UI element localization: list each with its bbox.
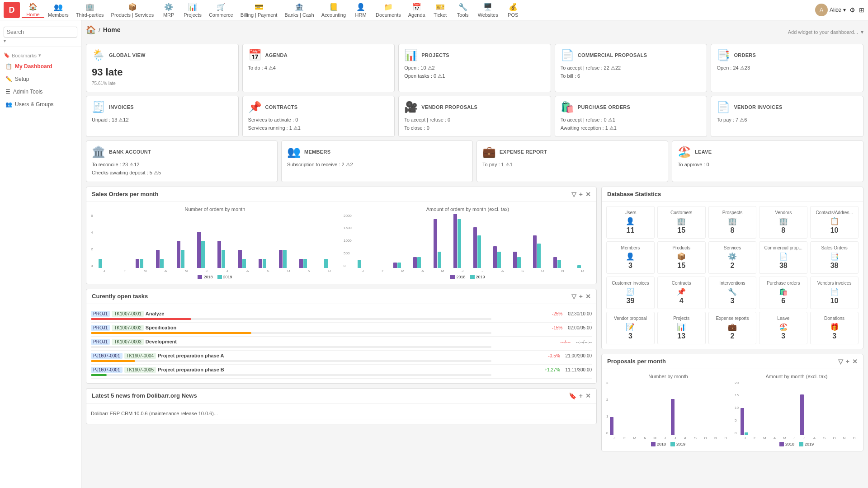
card-bank-account[interactable]: 🏛️ BANK ACCOUNT To reconcile : 23 ⚠12Che… <box>86 141 278 182</box>
stat-cell-commercial-prop...[interactable]: Commercial prop... 📄 38 <box>759 241 807 274</box>
nav-item-accounting[interactable]: 📒Accounting <box>318 3 349 18</box>
user-menu[interactable]: A Alice ▾ <box>815 4 846 16</box>
nav-item-banks[interactable]: 🏦Banks | Cash <box>281 3 317 18</box>
card-expense-report[interactable]: 💼 EXPENSE REPORT To pay : 1 ⚠1 <box>476 141 668 182</box>
add-icon[interactable]: + <box>579 293 583 300</box>
stat-cell-contracts[interactable]: Contracts 📌 4 <box>657 277 706 309</box>
stat-cell-services[interactable]: Services ⚙️ 2 <box>708 241 757 274</box>
bar-2019 <box>303 259 307 268</box>
filter-icon[interactable]: ▽ <box>838 358 843 365</box>
card-members[interactable]: 👥 MEMBERS Subscription to receive : 2 ⚠2 <box>281 141 473 182</box>
nav-item-mrp[interactable]: ⚙️MRP <box>157 3 180 18</box>
card-agenda[interactable]: 📅 AGENDA To do : 4 ⚠4 <box>242 44 395 92</box>
task-percent: ---/--- <box>560 339 571 344</box>
close-icon[interactable]: ✕ <box>585 191 591 198</box>
stat-number: 2 <box>712 262 753 270</box>
task-row[interactable]: PROJ1 TK1007-0001 Analyze -25% 02:30/10:… <box>91 309 592 323</box>
stat-cell-customers[interactable]: Customers 🏢 15 <box>657 206 706 239</box>
bar-group <box>453 214 472 268</box>
close-icon[interactable]: ✕ <box>585 293 591 300</box>
sidebar-item-setup[interactable]: ✏️Setup <box>0 73 81 85</box>
nav-item-tools[interactable]: 🔧Tools <box>452 3 474 18</box>
home-breadcrumb-icon[interactable]: 🏠 <box>86 25 96 35</box>
nav-item-products-services[interactable]: 📦Products | Services <box>108 3 158 18</box>
add-icon[interactable]: + <box>579 191 583 198</box>
card-purchase-orders[interactable]: 🛍️ PURCHASE ORDERS To accept | refuse : … <box>555 96 708 137</box>
add-icon[interactable]: + <box>846 358 849 365</box>
nav-item-home[interactable]: 🏠Home <box>22 2 44 18</box>
sidebar-item-my-dashboard[interactable]: 📋My Dashboard <box>0 60 81 73</box>
search-input[interactable] <box>4 27 77 38</box>
nav-item-billing[interactable]: 💳Billing | Payment <box>237 3 281 18</box>
stat-cell-users[interactable]: Users 👤 11 <box>606 206 655 239</box>
stat-cell-vendors[interactable]: Vendors 🏢 8 <box>759 206 807 239</box>
bar-group <box>610 417 618 435</box>
stat-cell-sales-orders[interactable]: Sales Orders 📑 38 <box>810 241 859 274</box>
add-icon[interactable]: + <box>579 392 583 399</box>
stat-cell-products[interactable]: Products 📦 15 <box>657 241 706 274</box>
nav-item-documents[interactable]: 📁Documents <box>372 3 405 18</box>
card-leave[interactable]: 🏖️ LEAVE To approve : 0 <box>672 141 863 182</box>
card-title-purchase-orders: PURCHASE ORDERS <box>578 104 630 110</box>
stat-cell-vendor-proposal[interactable]: Vendor proposal 📝 3 <box>606 312 655 344</box>
nav-item-websites[interactable]: 🖥️Websites <box>474 3 502 18</box>
task-row[interactable]: PROJ1 TK1007-0003 Development ---/--- --… <box>91 337 592 351</box>
nav-item-pos[interactable]: 💰POS <box>502 3 524 18</box>
card-commercial-proposals[interactable]: 📄 COMMERCIAL PROPOSALS To accept | refus… <box>555 44 708 92</box>
bar-group <box>513 252 532 268</box>
task-bar-bg <box>91 360 491 362</box>
stat-cell-interventions[interactable]: Interventions 🔧 3 <box>708 277 757 309</box>
bar-group <box>279 250 298 268</box>
task-row[interactable]: PROJ1 TK1007-0002 Specification -15% 02:… <box>91 323 592 337</box>
db-stats-body: Users 👤 11 Customers 🏢 15 Prospects 🏢 8 … <box>602 202 863 349</box>
stat-cell-expense-reports[interactable]: Expense reports 💼 2 <box>708 312 757 344</box>
filter-icon[interactable]: ▽ <box>571 293 576 300</box>
task-tk-tag: TK1007-0003 <box>112 339 144 345</box>
card-global-view[interactable]: 🌦️ GLOBAL VIEW 93 late75.61% late <box>86 44 239 92</box>
add-widget-button[interactable]: Add widget to your dashboard... <box>788 29 858 35</box>
card-orders[interactable]: 📑 ORDERS Open : 24 ⚠23 <box>711 44 863 92</box>
card-icon-vendor-invoices: 📄 <box>717 101 730 113</box>
nav-item-hrm[interactable]: 👤HRM <box>349 3 372 18</box>
nav-item-projects[interactable]: 📊Projects <box>180 3 205 18</box>
dashboard-cards-row3: 🏛️ BANK ACCOUNT To reconcile : 23 ⚠12Che… <box>86 141 863 182</box>
nav-item-third-parties[interactable]: 🏢Third-parties <box>72 3 108 18</box>
sales-orders-charts-row: Number of orders by month 0246 JFMAMJJAS… <box>91 206 592 279</box>
card-projects[interactable]: 📊 PROJECTS Open : 10 ⚠2Open tasks : 0 ⚠1 <box>398 44 551 92</box>
app-logo[interactable]: D <box>4 2 20 18</box>
x-label: M <box>780 436 789 440</box>
stat-cell-members[interactable]: Members 👤 3 <box>606 241 655 274</box>
bookmark-icon[interactable]: 🔖 <box>569 392 576 399</box>
x-label: S <box>513 269 532 273</box>
apps-icon[interactable]: ⊞ <box>859 6 864 14</box>
stat-label: Vendors invoices <box>814 281 854 286</box>
stat-cell-vendors-invoices[interactable]: Vendors invoices 📄 10 <box>810 277 859 309</box>
filter-icon[interactable]: ▽ <box>571 191 576 198</box>
stat-cell-purchase-orders[interactable]: Purchase orders 🛍️ 6 <box>759 277 807 309</box>
task-row[interactable]: PJ1607-0001 TK1607-0004 Project preparat… <box>91 351 592 365</box>
stat-cell-prospects[interactable]: Prospects 🏢 8 <box>708 206 757 239</box>
bookmarks-section[interactable]: 🔖 Bookmarks ▾ <box>0 51 81 60</box>
nav-item-agenda[interactable]: 📅Agenda <box>405 3 429 18</box>
task-row[interactable]: PJ1607-0001 TK1607-0005 Project preparat… <box>91 365 592 379</box>
nav-item-commerce[interactable]: 🛒Commerce <box>205 3 237 18</box>
news-item[interactable]: Dolibarr ERP CRM 10.0.6 (maintenance rel… <box>91 408 592 419</box>
stat-cell-contacts/addres...[interactable]: Contacts/Addres... 📋 10 <box>810 206 859 239</box>
sidebar-item-users-groups[interactable]: 👥Users & Groups <box>0 98 81 111</box>
bar-group <box>259 259 278 268</box>
card-invoices[interactable]: 🧾 INVOICES Unpaid : 13 ⚠12 <box>86 96 239 137</box>
card-contracts[interactable]: 📌 CONTRACTS Services to activate : 0Serv… <box>242 96 395 137</box>
sidebar-item-admin-tools[interactable]: ☰Admin Tools <box>0 85 81 98</box>
stat-cell-projects[interactable]: Projects 📊 13 <box>657 312 706 344</box>
stat-cell-donations[interactable]: Donations 🎁 3 <box>810 312 859 344</box>
nav-item-ticket[interactable]: 🎫Ticket <box>429 3 452 18</box>
my-dashboard-icon: 📋 <box>5 63 12 70</box>
card-vendor-proposals[interactable]: 🎥 VENDOR PROPOSALS To accept | refuse : … <box>398 96 551 137</box>
close-icon[interactable]: ✕ <box>585 392 591 399</box>
nav-item-members[interactable]: 👥Members <box>44 3 72 18</box>
stat-cell-customer-invoices[interactable]: Customer invoices 🧾 39 <box>606 277 655 309</box>
settings-icon[interactable]: ⚙ <box>849 6 855 14</box>
stat-cell-leave[interactable]: Leave 🏖️ 3 <box>759 312 807 344</box>
card-vendor-invoices[interactable]: 📄 VENDOR INVOICES To pay : 7 ⚠6 <box>711 96 863 137</box>
close-icon[interactable]: ✕ <box>852 358 858 365</box>
